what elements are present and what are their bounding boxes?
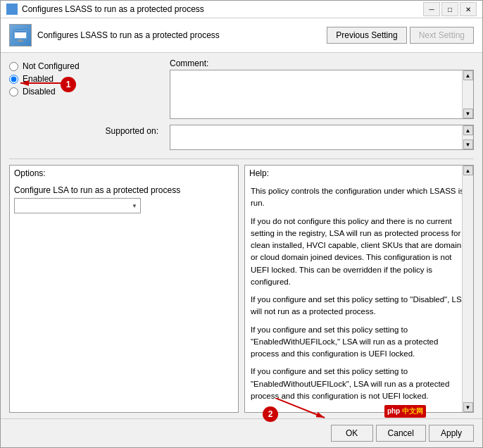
window-icon	[6, 4, 18, 15]
help-para-5: If you configure and set this policy set…	[251, 366, 468, 402]
comment-label: Comment:	[170, 58, 474, 68]
options-content: Configure LSA to run as a protected proc…	[10, 181, 238, 412]
scroll-down-arrow[interactable]: ▼	[463, 108, 473, 118]
annotation-circle-1: 1	[61, 77, 76, 92]
header-title: Configures LSASS to run as a protected p…	[37, 30, 220, 40]
help-panel: Help: This policy controls the configura…	[244, 165, 474, 413]
options-panel: Options: Configure LSA to run as a prote…	[9, 165, 239, 413]
php-badge: php 中文网	[384, 405, 426, 418]
window-title: Configures LSASS to run as a protected p…	[22, 4, 204, 14]
disabled-option[interactable]: Disabled	[9, 87, 164, 97]
help-scroll-track	[463, 175, 473, 402]
svg-rect-2	[15, 31, 26, 32]
comment-box: ▲ ▼	[170, 70, 474, 119]
apply-button[interactable]: Apply	[429, 425, 474, 442]
dropdown-label: Configure LSA to run as a protected proc…	[14, 185, 234, 195]
enabled-option[interactable]: Enabled	[9, 74, 164, 84]
scroll-up-arrow[interactable]: ▲	[463, 70, 473, 80]
prev-setting-button[interactable]: Previous Setting	[327, 27, 406, 44]
help-content: This policy controls the configuration u…	[245, 181, 473, 412]
title-bar-left: Configures LSASS to run as a protected p…	[6, 4, 204, 15]
comment-section: Comment: ▲ ▼	[170, 58, 474, 119]
header-buttons: Previous Setting Next Setting	[327, 27, 474, 44]
bottom-panels: Options: Configure LSA to run as a prote…	[9, 165, 474, 413]
footer: OK Cancel Apply	[1, 418, 482, 447]
lsa-dropdown[interactable]: ▼	[14, 198, 141, 213]
help-scrollbar[interactable]: ▲ ▼	[462, 166, 473, 412]
header-left: Configures LSASS to run as a protected p…	[9, 24, 220, 46]
radio-panel: Not Configured Enabled Disabled	[9, 58, 164, 119]
sup-scroll-down[interactable]: ▼	[463, 139, 473, 149]
svg-rect-3	[19, 39, 22, 41]
help-para-2: If you do not configure this policy and …	[251, 216, 468, 289]
disabled-radio[interactable]	[9, 87, 18, 97]
supported-scrollbar[interactable]: ▲ ▼	[462, 125, 473, 149]
next-setting-button[interactable]: Next Setting	[410, 27, 474, 44]
help-para-1: This policy controls the configuration u…	[251, 185, 468, 210]
supported-section: Supported on: ▲ ▼	[9, 125, 474, 150]
supported-label: Supported on:	[106, 126, 158, 136]
supported-box: ▲ ▼	[170, 125, 474, 150]
not-configured-label: Not Configured	[23, 61, 80, 71]
radio-group: Not Configured Enabled Disabled	[9, 58, 164, 97]
scroll-track	[463, 80, 473, 108]
header-area: Configures LSASS to run as a protected p…	[1, 18, 482, 53]
ok-button[interactable]: OK	[331, 425, 373, 442]
enabled-radio[interactable]	[9, 75, 18, 84]
not-configured-option[interactable]: Not Configured	[9, 61, 164, 71]
help-para-4: If you configure and set this policy set…	[251, 324, 468, 361]
not-configured-radio[interactable]	[9, 62, 18, 71]
annotation-circle-2: 2	[263, 406, 278, 422]
php-badge-text: php 中文网	[387, 407, 423, 415]
enabled-label: Enabled	[23, 74, 54, 84]
cancel-button[interactable]: Cancel	[376, 425, 426, 442]
help-scroll-down[interactable]: ▼	[463, 402, 473, 412]
title-bar: Configures LSASS to run as a protected p…	[1, 1, 482, 18]
main-window: Configures LSASS to run as a protected p…	[0, 0, 483, 448]
supported-label-container: Supported on:	[9, 125, 164, 136]
main-content: Not Configured Enabled Disabled Comment:	[1, 53, 482, 418]
help-header: Help:	[245, 166, 473, 181]
maximize-button[interactable]: □	[441, 2, 458, 16]
divider	[9, 158, 474, 159]
help-para-3: If you configure and set this policy set…	[251, 294, 468, 318]
help-scroll-up[interactable]: ▲	[463, 166, 473, 175]
options-header: Options:	[10, 166, 238, 181]
comment-scrollbar[interactable]: ▲ ▼	[462, 70, 473, 118]
title-controls: ─ □ ✕	[423, 2, 477, 16]
disabled-label: Disabled	[23, 87, 56, 97]
header-icon	[9, 24, 32, 46]
sup-scroll-up[interactable]: ▲	[463, 125, 473, 135]
top-section: Not Configured Enabled Disabled Comment:	[9, 58, 474, 119]
minimize-button[interactable]: ─	[423, 2, 440, 16]
svg-rect-4	[17, 41, 24, 42]
close-button[interactable]: ✕	[460, 2, 477, 16]
dropdown-arrow-icon: ▼	[132, 203, 137, 209]
